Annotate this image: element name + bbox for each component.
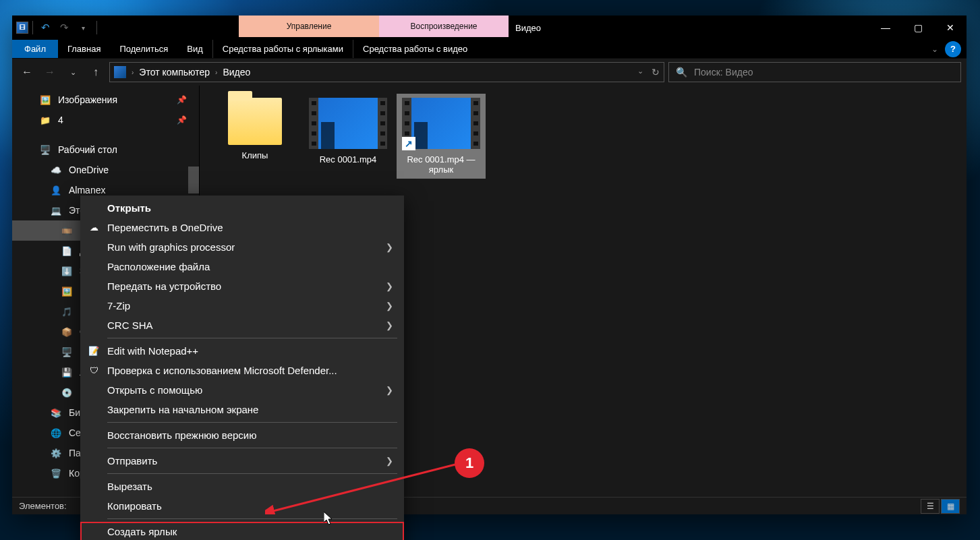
menu-item-label: Открыть с помощью <box>107 384 202 396</box>
context-menu-item[interactable]: Открыть с помощью❯ <box>80 380 404 400</box>
tool-tab-manage[interactable]: Управление <box>239 16 379 37</box>
menu-item-label: Расположение файла <box>107 261 210 272</box>
context-menu-item[interactable]: 7-Zip❯ <box>80 296 404 316</box>
menu-item-label: CRC SHA <box>107 320 153 331</box>
redo-button[interactable]: ↷ <box>56 20 72 36</box>
context-menu-item[interactable]: Открыть <box>80 198 404 218</box>
nav-forward-button[interactable]: → <box>40 63 59 82</box>
menu-item-label: Закрепить на начальном экране <box>107 404 258 415</box>
context-menu-item[interactable]: Восстановить прежнюю версию <box>80 425 404 445</box>
ribbon-file-tab[interactable]: Файл <box>12 40 58 58</box>
submenu-arrow-icon: ❯ <box>386 242 393 252</box>
window-title: Видео <box>509 16 869 40</box>
ribbon-tool-shortcut[interactable]: Средства работы с ярлыками <box>212 40 353 58</box>
folder-icon: 📁 <box>39 114 51 126</box>
sidebar-item[interactable]: 📁4📌 <box>12 110 199 130</box>
submenu-arrow-icon: ❯ <box>386 320 393 330</box>
search-placeholder: Поиск: Видео <box>694 67 753 78</box>
context-menu-item[interactable]: Передать на устройство❯ <box>80 276 404 296</box>
sidebar-item-label: OneDrive <box>69 164 109 175</box>
search-box[interactable]: 🔍 Поиск: Видео <box>668 62 961 82</box>
breadcrumb-root[interactable]: Этот компьютер <box>139 67 210 78</box>
address-bar[interactable]: › Этот компьютер › Видео ⌄ ↻ <box>109 62 664 82</box>
context-menu-item[interactable]: Run with graphics processor❯ <box>80 237 404 257</box>
folder-icon: 🖼️ <box>61 285 73 297</box>
nav-back-button[interactable]: ← <box>18 63 36 82</box>
context-menu-item[interactable]: Закрепить на начальном экране <box>80 400 404 419</box>
view-details-button[interactable]: ☰ <box>921 499 940 514</box>
breadcrumb-leaf[interactable]: Видео <box>223 67 250 78</box>
ribbon-collapse-icon[interactable]: ⌄ <box>931 44 938 54</box>
context-menu-item[interactable]: Расположение файла <box>80 257 404 276</box>
folder-icon: 🎵 <box>61 305 73 318</box>
menu-item-label: Передать на устройство <box>107 280 221 292</box>
ribbon-tool-video[interactable]: Средства работы с видео <box>353 40 477 58</box>
menu-item-label: Отправить <box>107 455 157 467</box>
undo-button[interactable]: ↶ <box>37 20 53 36</box>
navigation-row: ← → ⌄ ↑ › Этот компьютер › Видео ⌄ ↻ 🔍 П… <box>12 59 967 86</box>
nav-history-dropdown[interactable]: ⌄ <box>63 63 82 82</box>
mouse-cursor-icon <box>324 512 335 529</box>
context-menu-item[interactable]: Копировать <box>80 496 404 516</box>
annotation-marker: 1 <box>455 448 484 478</box>
tool-tab-playback[interactable]: Воспроизведение <box>379 16 509 37</box>
file-item[interactable]: ↗Rec 0001.mp4 — ярлык <box>397 94 486 179</box>
folder-icon: 💻 <box>50 204 62 216</box>
folder-icon <box>228 98 282 145</box>
context-menu-item[interactable]: Создать ярлык <box>80 522 404 540</box>
context-menu-item[interactable]: 📝Edit with Notepad++ <box>80 341 404 361</box>
maximize-button[interactable]: ▢ <box>902 16 934 40</box>
folder-icon: 🖥️ <box>61 346 73 358</box>
submenu-arrow-icon: ❯ <box>386 301 393 311</box>
nav-up-button[interactable]: ↑ <box>86 63 105 82</box>
menu-item-label: Edit with Notepad++ <box>107 345 198 357</box>
folder-icon: 🌐 <box>50 427 62 439</box>
file-name: Rec 0001.mp4 <box>308 154 388 164</box>
folder-icon: 🎞️ <box>61 224 73 237</box>
file-item[interactable]: Rec 0001.mp4 <box>304 94 393 169</box>
sidebar-item[interactable]: 🖼️Изображения📌 <box>12 90 199 110</box>
menu-item-icon: 🛡 <box>87 364 100 378</box>
folder-icon: 📚 <box>50 407 62 419</box>
view-large-icons-button[interactable]: ▦ <box>941 499 960 514</box>
context-menu-item[interactable]: Отправить❯ <box>80 451 404 471</box>
folder-icon: 🖥️ <box>39 144 51 156</box>
refresh-button[interactable]: ↻ <box>652 67 660 78</box>
menu-item-label: 7-Zip <box>107 300 130 311</box>
ribbon-tab-share[interactable]: Поделиться <box>110 40 177 58</box>
file-name: Rec 0001.mp4 — ярлык <box>401 154 482 175</box>
folder-icon: ☁️ <box>50 164 62 176</box>
folder-icon: 📄 <box>61 245 73 257</box>
folder-icon: 🗑️ <box>50 467 62 479</box>
folder-icon: ⬇️ <box>61 265 73 277</box>
submenu-arrow-icon: ❯ <box>386 281 393 291</box>
ribbon-tabs: Файл Главная Поделиться Вид Средства раб… <box>12 40 967 59</box>
minimize-button[interactable]: ― <box>869 16 902 40</box>
menu-item-label: Копировать <box>107 500 162 512</box>
status-item-count: Элементов: <box>19 501 67 511</box>
menu-item-label: Вырезать <box>107 481 152 492</box>
sidebar-item[interactable]: ☁️OneDrive <box>12 160 199 180</box>
ribbon-tab-home[interactable]: Главная <box>58 40 110 58</box>
qat-dropdown[interactable]: ▾ <box>75 20 91 36</box>
help-button[interactable]: ? <box>945 41 961 57</box>
file-item[interactable]: Клипы <box>210 94 299 164</box>
location-icon <box>114 66 126 78</box>
video-thumbnail: ↗ <box>402 98 480 149</box>
breadcrumb-sep-icon: › <box>132 69 134 76</box>
ribbon-tab-view[interactable]: Вид <box>177 40 212 58</box>
menu-item-label: Восстановить прежнюю версию <box>107 429 256 441</box>
menu-item-label: Проверка с использованием Microsoft Defe… <box>107 365 337 376</box>
menu-item-icon: 📝 <box>87 344 100 358</box>
folder-icon: ⚙️ <box>50 447 62 459</box>
context-menu-item[interactable]: CRC SHA❯ <box>80 316 404 335</box>
address-dropdown-icon[interactable]: ⌄ <box>637 67 643 78</box>
sidebar-item-label: Рабочий стол <box>58 144 117 155</box>
sidebar-item[interactable]: 🖥️Рабочий стол <box>12 140 199 160</box>
context-menu-item[interactable]: ☁Переместить в OneDrive <box>80 218 404 237</box>
menu-item-label: Открыть <box>107 202 151 214</box>
menu-item-icon: ☁ <box>87 221 100 235</box>
close-button[interactable]: ✕ <box>934 16 967 40</box>
context-menu-item[interactable]: 🛡Проверка с использованием Microsoft Def… <box>80 361 404 380</box>
context-menu-item[interactable]: Вырезать <box>80 477 404 496</box>
